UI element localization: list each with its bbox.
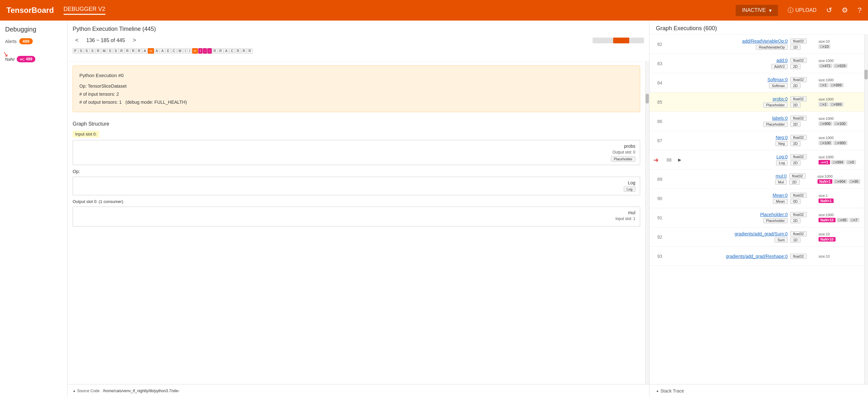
status-label: INACTIVE xyxy=(742,7,766,13)
input-card-sub: Output slot: 0 xyxy=(78,150,636,155)
infinity-icon: ∞: xyxy=(20,57,25,62)
timeline-item-3[interactable]: S xyxy=(90,48,95,54)
exec-row-90[interactable]: 90Mean:0Meanfloat320Dsize:1NaN×1 xyxy=(649,189,864,208)
exec-row-86[interactable]: 86labels:0Placeholderfloat322Dsize:1000□… xyxy=(649,112,864,131)
timeline-item-25[interactable]: R xyxy=(212,48,218,54)
op-card[interactable]: Log Log xyxy=(73,177,640,195)
timeline-item-10[interactable]: R xyxy=(130,48,136,54)
center-panel: Python Execution Timeline (445) < 136 ~ … xyxy=(67,21,649,397)
op-name[interactable]: Mean:0 xyxy=(773,193,788,198)
dim-tag: 2D xyxy=(790,83,801,88)
row-size-info: size:1000-∞×1□×994□×5 xyxy=(818,155,860,164)
timeline-item-12[interactable]: A xyxy=(142,48,148,54)
timeline-item-23[interactable]: - xyxy=(203,48,207,54)
timeline-item-28[interactable]: C xyxy=(229,48,235,54)
center-content: Python Execution #0 Op: TensorSliceDatas… xyxy=(67,62,645,384)
timeline-item-29[interactable]: R xyxy=(235,48,241,54)
timeline-item-26[interactable]: R xyxy=(218,48,223,54)
timeline-item-14[interactable]: A xyxy=(154,48,160,54)
nan-item[interactable]: ↘ NaN/ ∞: 499 xyxy=(5,56,62,62)
timeline-item-20[interactable]: I xyxy=(188,48,192,54)
op-name[interactable]: add:0 xyxy=(776,58,788,63)
timeline-item-24[interactable]: - xyxy=(207,48,212,54)
op-name[interactable]: Neg:0 xyxy=(776,135,788,140)
timeline-item-5[interactable]: M xyxy=(101,48,107,54)
exec-row-83[interactable]: 83add:0AddV2float322Dsize:1000□×471□×529 xyxy=(649,54,864,73)
op-name[interactable]: Log:0 xyxy=(776,154,788,159)
size-label: size:1000 xyxy=(818,97,834,101)
exec-row-84[interactable]: 84Softmax:0Softmaxfloat322Dsize:1000□×1□… xyxy=(649,73,864,93)
row-op-info: Softmax:0Softmax xyxy=(678,77,788,88)
timeline-item-30[interactable]: R xyxy=(241,48,247,54)
exec-row-93[interactable]: 93gradients/add_grad/Reshape:0float32siz… xyxy=(649,247,864,266)
timeline-scrollbar[interactable] xyxy=(593,38,644,43)
timeline-item-0[interactable]: P xyxy=(73,48,78,54)
exec-row-85[interactable]: 85probs:0Placeholderfloat322Dsize:1000□×… xyxy=(649,93,864,112)
refresh-button[interactable]: ↺ xyxy=(826,6,832,14)
timeline-item-6[interactable]: S xyxy=(107,48,113,54)
op-name[interactable]: add/ReadVariableOp:0 xyxy=(742,38,788,44)
timeline-item-18[interactable]: M xyxy=(177,48,183,54)
size-label: size:1000 xyxy=(818,59,834,63)
right-scrollbar[interactable] xyxy=(864,35,868,384)
status-button[interactable]: INACTIVE ▾ xyxy=(736,5,778,16)
timeline-item-15[interactable]: A xyxy=(160,48,165,54)
timeline-item-13[interactable]: m xyxy=(148,48,154,54)
exec-row-82[interactable]: 82add/ReadVariableOp:0ReadVariableOpfloa… xyxy=(649,35,864,54)
op-tag: Mean xyxy=(773,199,788,204)
row-op-info: add:0AddV2 xyxy=(678,58,788,69)
timeline-item-19[interactable]: I xyxy=(183,48,187,54)
op-name[interactable]: Softmax:0 xyxy=(767,77,788,82)
timeline-item-16[interactable]: E xyxy=(165,48,171,54)
op-name[interactable]: probs:0 xyxy=(773,96,788,101)
timeline-next-button[interactable]: > xyxy=(130,36,139,44)
row-dtype-tags: float322D xyxy=(790,77,816,88)
row-number: 86 xyxy=(653,119,666,124)
timeline-item-27[interactable]: A xyxy=(224,48,229,54)
timeline-item-7[interactable]: S xyxy=(113,48,119,54)
timeline-item-17[interactable]: C xyxy=(171,48,177,54)
exec-row-89[interactable]: 89mul:0Mulfloat322Dsize:1000NaN×1□×904□×… xyxy=(649,170,864,189)
timeline-item-2[interactable]: S xyxy=(84,48,89,54)
timeline-prev-button[interactable]: < xyxy=(73,36,81,44)
ok-tensor-tag: □×5 xyxy=(846,160,856,164)
row-number: 89 xyxy=(653,177,666,182)
scrollbar-track[interactable] xyxy=(593,38,644,43)
exec-row-88[interactable]: ➜88▶Log:0Logfloat322Dsize:1000-∞×1□×994□… xyxy=(649,150,864,170)
upload-button[interactable]: ⓘ UPLOAD xyxy=(788,6,816,14)
output-card[interactable]: mul Input slot: 1 xyxy=(73,206,640,226)
op-name[interactable]: Placeholder:0 xyxy=(760,212,788,217)
timeline-item-11[interactable]: R xyxy=(136,48,142,54)
timeline-item-9[interactable]: R xyxy=(125,48,130,54)
op-name[interactable]: labels:0 xyxy=(772,115,788,121)
timeline-item-4[interactable]: R xyxy=(95,48,101,54)
op-name[interactable]: mul:0 xyxy=(775,173,786,178)
op-tag: Placeholder xyxy=(763,218,788,223)
row-number: 91 xyxy=(653,215,666,220)
ok-tensor-tag: □×1 xyxy=(818,83,829,87)
exec-row-87[interactable]: 87Neg:0Negfloat322Dsize:1000□×100□×900 xyxy=(649,131,864,150)
settings-button[interactable]: ⚙ xyxy=(842,6,848,14)
timeline-controls: < 136 ~ 185 of 445 > xyxy=(73,36,644,44)
exec-row-92[interactable]: 92gradients/add_grad/Sum:0Sumfloat321Dsi… xyxy=(649,227,864,247)
exec-row-91[interactable]: 91Placeholder:0Placeholderfloat322Dsize:… xyxy=(649,208,864,227)
timeline-item-8[interactable]: R xyxy=(119,48,124,54)
dim-tag: 1D xyxy=(790,45,801,50)
row-op-info: gradients/add_grad/Reshape:0 xyxy=(678,254,788,259)
python-timeline-title: Python Execution Timeline (445) xyxy=(73,26,644,32)
timeline-item-21[interactable]: m xyxy=(192,48,198,54)
timeline-item-22[interactable]: I xyxy=(198,48,203,54)
input-card[interactable]: probs Output slot: 0 Placeholder xyxy=(73,140,640,165)
op-name[interactable]: gradients/add_grad/Reshape:0 xyxy=(726,254,788,259)
play-icon[interactable]: ▶ xyxy=(678,157,684,162)
executions-table: 82add/ReadVariableOp:0ReadVariableOpfloa… xyxy=(649,35,864,384)
center-scrollbar[interactable] xyxy=(645,62,649,384)
timeline-item-31[interactable]: R xyxy=(247,48,252,54)
dim-tag: 2D xyxy=(789,179,800,185)
row-number: 83 xyxy=(653,61,666,66)
tensor-tags: NaN×10 xyxy=(818,237,836,241)
op-name[interactable]: gradients/add_grad/Sum:0 xyxy=(735,231,788,236)
upload-label: UPLOAD xyxy=(795,7,816,13)
timeline-item-1[interactable]: S xyxy=(79,48,84,54)
help-button[interactable]: ? xyxy=(858,6,862,14)
